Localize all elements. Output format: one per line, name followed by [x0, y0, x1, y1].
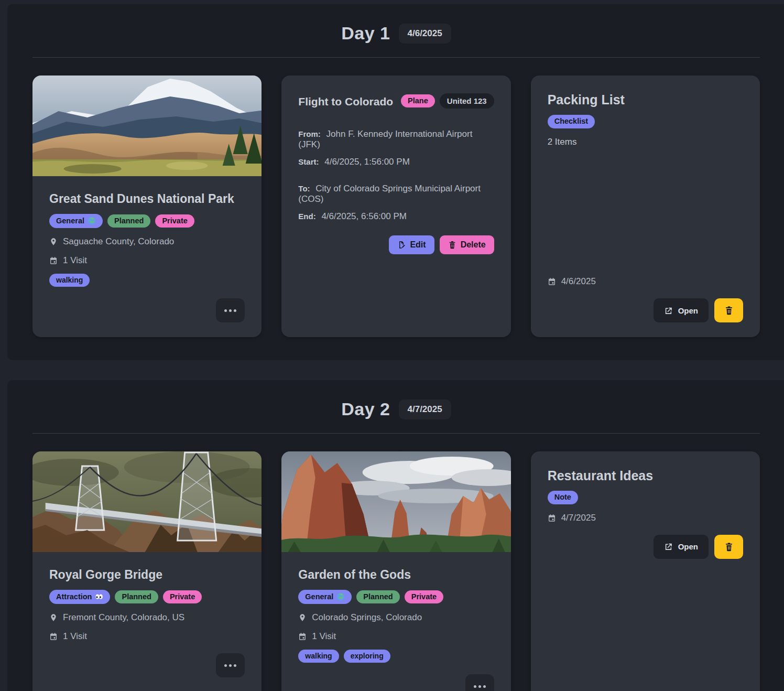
open-button[interactable]: Open [654, 298, 709, 322]
more-options-button[interactable] [465, 674, 494, 691]
note-type-badge: Note [548, 491, 578, 504]
card-body: Restaurant Ideas Note 4/7/2025 Open [531, 451, 760, 691]
place-title: Royal Gorge Bridge [49, 568, 245, 582]
card-body: Packing List Checklist 2 Items 4/6/2025 … [531, 75, 760, 337]
place-title: Great Sand Dunes National Park [49, 192, 245, 206]
globe-icon [88, 217, 96, 225]
more-options-button[interactable] [216, 653, 245, 677]
activity-tag-row: walking [49, 274, 245, 287]
card-body: Royal Gorge Bridge Attraction Planned Pr… [32, 552, 262, 691]
card-body: Great Sand Dunes National Park General P… [32, 176, 262, 337]
flight-end-row: End: 4/6/2025, 6:56:00 PM [298, 211, 494, 222]
day-divider [32, 433, 760, 434]
delete-button[interactable]: Delete [440, 235, 494, 254]
place-title: Garden of the Gods [298, 568, 494, 582]
to-label: To: [298, 184, 310, 193]
edit-button[interactable]: Edit [389, 235, 434, 254]
trash-icon [724, 542, 734, 552]
royal-gorge-bridge-photo [32, 451, 262, 552]
place-card-royal-gorge-bridge: Royal Gorge Bridge Attraction Planned Pr… [32, 451, 262, 691]
globe-icon [336, 592, 345, 601]
privacy-tag: Private [405, 590, 443, 604]
day-title: Day 1 [341, 23, 390, 44]
calendar-icon [49, 256, 58, 265]
visits-text: 1 Visit [312, 631, 336, 642]
transport-type-badge: Plane [401, 94, 435, 108]
end-value: 4/6/2025, 6:56:00 PM [321, 211, 407, 221]
flight-badges: Plane United 123 [401, 93, 494, 109]
location-text: Colorado Springs, Colorado [312, 612, 422, 623]
footer-actions: Open [548, 298, 743, 322]
type-badge-row: Checklist [548, 115, 743, 128]
privacy-tag: Private [155, 214, 194, 228]
location-text: Fremont County, Colorado, US [63, 612, 184, 623]
location-row: Fremont County, Colorado, US [49, 612, 245, 623]
place-card-garden-of-the-gods: Garden of the Gods General Planned Priva… [281, 451, 510, 691]
from-label: From: [298, 129, 321, 138]
day-title: Day 2 [341, 399, 390, 419]
place-card-great-sand-dunes: Great Sand Dunes National Park General P… [32, 75, 262, 337]
status-tag: Planned [356, 590, 399, 604]
start-label: Start: [298, 157, 319, 166]
category-tag: General [298, 590, 352, 604]
day-2-header: Day 2 4/7/2025 [25, 396, 767, 419]
location-pin-icon [49, 613, 58, 622]
visits-row: 1 Visit [298, 631, 494, 642]
visits-row: 1 Visit [49, 631, 245, 642]
spacer [298, 167, 494, 177]
day-1-header: Day 1 4/6/2025 [25, 20, 767, 44]
visits-text: 1 Visit [63, 631, 87, 642]
location-row: Saguache County, Colorado [49, 236, 245, 247]
tag-row: Attraction Planned Private [49, 590, 245, 604]
privacy-tag: Private [163, 590, 202, 604]
activity-tag-row: walking exploring [298, 650, 494, 663]
more-options-button[interactable] [216, 298, 245, 322]
date-text: 4/6/2025 [561, 276, 596, 287]
edit-document-icon [397, 241, 406, 249]
note-card-restaurant-ideas: Restaurant Ideas Note 4/7/2025 Open [531, 451, 760, 691]
ellipsis-icon [224, 664, 227, 667]
open-button-label: Open [678, 542, 698, 551]
external-link-icon [664, 542, 673, 551]
activity-tag: walking [49, 274, 90, 287]
card-body: Flight to Colorado Plane United 123 From… [281, 75, 510, 337]
delete-checklist-button[interactable] [714, 298, 743, 322]
ellipsis-icon [224, 309, 227, 312]
delete-note-button[interactable] [714, 535, 743, 559]
day-date-badge: 4/6/2025 [399, 24, 451, 44]
location-row: Colorado Springs, Colorado [298, 612, 494, 623]
day-2-section: Day 2 4/7/2025 [7, 380, 784, 691]
category-tag-label: General [56, 217, 84, 225]
open-button[interactable]: Open [654, 535, 709, 559]
checklist-card-packing-list: Packing List Checklist 2 Items 4/6/2025 … [531, 75, 760, 337]
location-text: Saguache County, Colorado [63, 236, 174, 247]
category-tag-label: Attraction [56, 593, 92, 601]
flight-header: Flight to Colorado Plane United 123 [298, 93, 494, 109]
items-count: 2 Items [548, 137, 743, 147]
day-date-badge: 4/7/2025 [399, 400, 451, 419]
checklist-title: Packing List [548, 92, 743, 107]
date-row: 4/6/2025 [548, 276, 743, 287]
activity-tag: exploring [344, 650, 390, 663]
flight-start-row: Start: 4/6/2025, 1:56:00 PM [298, 157, 494, 167]
start-value: 4/6/2025, 1:56:00 PM [324, 157, 410, 167]
category-tag: General [49, 214, 103, 228]
trash-icon [448, 241, 456, 249]
date-text: 4/7/2025 [561, 513, 596, 523]
edit-button-label: Edit [410, 240, 426, 250]
to-value: City of Colorado Springs Municipal Airpo… [298, 183, 481, 204]
status-tag: Planned [115, 590, 158, 604]
category-tag-label: General [305, 593, 333, 601]
calendar-icon [49, 632, 58, 641]
eyes-icon [95, 592, 103, 601]
status-tag: Planned [107, 214, 150, 228]
footer-actions: Open [548, 535, 743, 559]
checklist-footer: 4/6/2025 Open [548, 276, 743, 322]
flight-from-row: From: John F. Kennedy International Airp… [298, 129, 494, 150]
day-1-section: Day 1 4/6/2025 [7, 4, 784, 360]
tag-row: General Planned Private [49, 214, 245, 228]
open-button-label: Open [678, 306, 698, 315]
day-divider [32, 57, 760, 58]
checklist-type-badge: Checklist [548, 115, 595, 128]
location-pin-icon [49, 237, 58, 246]
